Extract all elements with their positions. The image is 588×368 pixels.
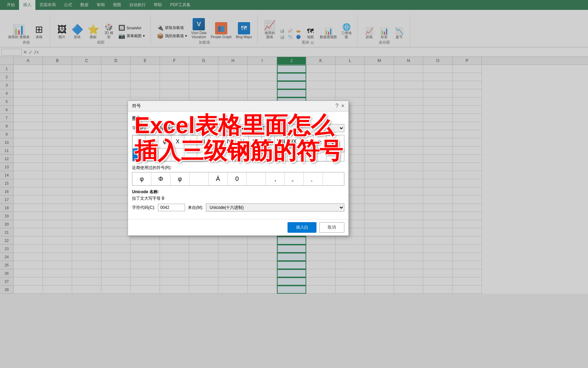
symbol-degree[interactable]: ° bbox=[132, 135, 145, 148]
symbol-vi[interactable]: VI bbox=[249, 135, 262, 148]
sym-r1c15[interactable] bbox=[313, 148, 326, 161]
recent-label: 近期使用过的符号(R): bbox=[132, 165, 344, 171]
recent-pause[interactable]: 、 bbox=[304, 172, 323, 185]
symbols-tab[interactable]: 符号(S) bbox=[132, 116, 146, 121]
symbol-iv[interactable]: IV bbox=[223, 135, 236, 148]
unicode-row: 字符代码(C): 来自(M): Unicode(十六进制) bbox=[132, 203, 344, 212]
symbol-grid: ° ± φ X I II III IV V VI VII VIII IX ≤ ≥… bbox=[132, 135, 344, 162]
sym-r1c12[interactable] bbox=[275, 148, 288, 161]
sym-r1c13[interactable] bbox=[288, 148, 300, 161]
recent-comma[interactable]: ， bbox=[266, 172, 285, 185]
unicode-latin-value: 拉丁文大写字母 B bbox=[132, 196, 344, 201]
symbol-v[interactable]: V bbox=[236, 135, 249, 148]
sym-r1c6[interactable] bbox=[197, 148, 210, 161]
dialog-title: 符号 bbox=[132, 103, 141, 109]
symbol-viii[interactable]: VIII bbox=[275, 135, 288, 148]
symbol-vii[interactable]: VII bbox=[262, 135, 275, 148]
recent-A-accent[interactable]: Á bbox=[209, 172, 228, 185]
symbol-dialog: 符号 ? × 符号(S) 字体(F): Symbol 拉丁语 ° ± φ bbox=[128, 101, 349, 236]
insert-button[interactable]: 插入(I) bbox=[288, 222, 316, 233]
symbol-tab-row: 符号(S) bbox=[132, 116, 344, 121]
symbol-PHI-selected[interactable]: Φ bbox=[132, 148, 145, 161]
font-row: 字体(F): Symbol 拉丁语 bbox=[132, 124, 344, 132]
symbol-x[interactable]: X bbox=[171, 135, 184, 148]
sym-r1c10[interactable] bbox=[249, 148, 262, 161]
cancel-button[interactable]: 取消 bbox=[319, 222, 344, 233]
recent-phi2[interactable]: φ bbox=[170, 172, 190, 185]
dialog-body: 符号(S) 字体(F): Symbol 拉丁语 ° ± φ X I II III bbox=[128, 111, 348, 219]
symbol-i[interactable]: I bbox=[184, 135, 197, 148]
sym-r1c3[interactable] bbox=[158, 148, 171, 161]
char-code-label: 字符代码(C): bbox=[132, 205, 155, 211]
symbol-phi1[interactable]: φ bbox=[158, 135, 171, 148]
symbol-ii[interactable]: II bbox=[197, 135, 210, 148]
dialog-footer: 插入(I) 取消 bbox=[128, 219, 348, 235]
recent-0[interactable]: 0 bbox=[228, 172, 247, 185]
sym-r1c5[interactable] bbox=[184, 148, 197, 161]
recent-phi1[interactable]: φ bbox=[132, 172, 151, 185]
symbol-ix[interactable]: IX bbox=[288, 135, 300, 148]
recent-period[interactable]: 。 bbox=[285, 172, 304, 185]
symbol-ge[interactable]: ≥ bbox=[313, 135, 326, 148]
dialog-help-button[interactable]: ? bbox=[336, 103, 339, 109]
subset-select[interactable]: 拉丁语 bbox=[254, 124, 344, 132]
dialog-controls: ? × bbox=[336, 103, 344, 109]
sym-r1c14[interactable] bbox=[300, 148, 313, 161]
recent-empty1[interactable] bbox=[190, 172, 209, 185]
symbol-le[interactable]: ≤ bbox=[300, 135, 313, 148]
unicode-section: Unicode 名称: 拉丁文大写字母 B 字符代码(C): 来自(M): Un… bbox=[132, 189, 344, 212]
dialog-close-button[interactable]: × bbox=[341, 103, 344, 109]
unicode-name-label: Unicode 名称: bbox=[132, 189, 344, 195]
symbol-phi2[interactable]: φ bbox=[326, 135, 339, 148]
symbol-plusminus[interactable]: ± bbox=[145, 135, 158, 148]
from-select[interactable]: Unicode(十六进制) bbox=[206, 203, 344, 212]
sym-r1c9[interactable] bbox=[236, 148, 249, 161]
sym-r1c2[interactable] bbox=[145, 148, 158, 161]
dialog-titlebar: 符号 ? × bbox=[128, 101, 348, 111]
recent-empty2[interactable] bbox=[247, 172, 266, 185]
sym-r1c8[interactable] bbox=[223, 148, 236, 161]
sym-r1c16[interactable] bbox=[326, 148, 339, 161]
symbol-iii[interactable]: III bbox=[210, 135, 223, 148]
sym-r1c4[interactable] bbox=[171, 148, 184, 161]
sym-r1c11[interactable] bbox=[262, 148, 275, 161]
sym-r1c7[interactable] bbox=[210, 148, 223, 161]
recent-PHI[interactable]: Φ bbox=[151, 172, 170, 185]
char-code-input[interactable] bbox=[158, 204, 185, 211]
symbol-row-2: Φ bbox=[132, 148, 344, 161]
from-label: 来自(M): bbox=[188, 205, 203, 211]
symbol-row-1: ° ± φ X I II III IV V VI VII VIII IX ≤ ≥… bbox=[132, 135, 344, 148]
font-select[interactable]: Symbol bbox=[155, 124, 246, 132]
recent-symbols-row: φ Φ φ Á 0 ， 。 、 bbox=[132, 172, 344, 186]
font-label: 字体(F): bbox=[132, 125, 152, 131]
